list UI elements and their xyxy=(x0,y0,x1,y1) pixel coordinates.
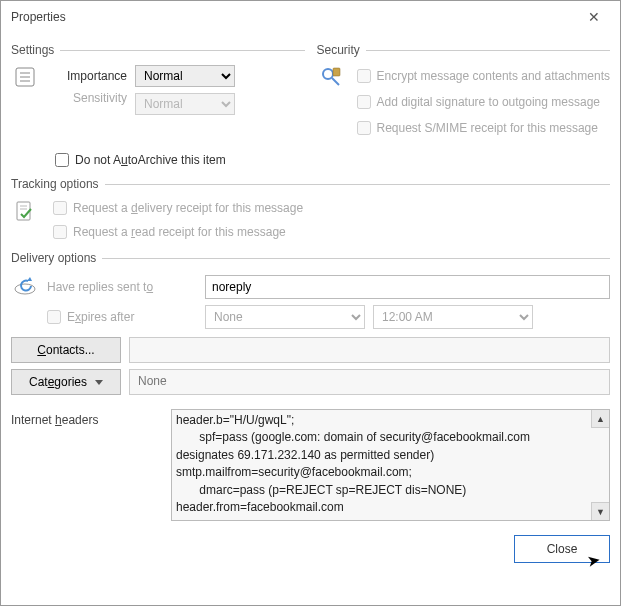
close-icon[interactable]: ✕ xyxy=(574,9,614,25)
expires-time-select: 12:00 AM xyxy=(373,305,533,329)
encrypt-checkbox: Encrypt message contents and attachments xyxy=(357,69,610,83)
internet-headers-text: header.b="H/U/gwqL"; spf=pass (google.co… xyxy=(176,412,589,518)
titlebar: Properties ✕ xyxy=(1,1,620,33)
contacts-button[interactable]: Contacts... xyxy=(11,337,121,363)
internet-headers-textarea[interactable]: header.b="H/U/gwqL"; spf=pass (google.co… xyxy=(171,409,610,521)
reply-arrow-icon xyxy=(11,271,39,299)
chevron-down-icon xyxy=(95,380,103,385)
lock-icon xyxy=(317,63,345,91)
delivery-group: Delivery options Have replies sent to Ex… xyxy=(11,251,610,329)
scroll-down-button[interactable]: ▼ xyxy=(591,502,609,520)
security-group: Security Encrypt message contents and at… xyxy=(317,43,611,139)
window-title: Properties xyxy=(11,10,66,24)
contacts-field[interactable] xyxy=(129,337,610,363)
delivery-legend: Delivery options xyxy=(11,251,102,265)
categories-button[interactable]: Categories xyxy=(11,369,121,395)
have-replies-input[interactable] xyxy=(205,275,610,299)
autoarchive-checkbox[interactable]: Do not AutoArchive this item xyxy=(55,153,226,167)
sign-checkbox: Add digital signature to outgoing messag… xyxy=(357,95,610,109)
expires-date-select: None xyxy=(205,305,365,329)
settings-legend: Settings xyxy=(11,43,60,57)
importance-label: Importance xyxy=(47,69,127,83)
tracking-group: Tracking options Request a delivery rece… xyxy=(11,177,610,243)
svg-point-10 xyxy=(15,284,35,294)
tracking-legend: Tracking options xyxy=(11,177,105,191)
svg-line-5 xyxy=(332,78,339,85)
importance-select[interactable]: Normal xyxy=(135,65,235,87)
svg-point-4 xyxy=(323,69,333,79)
scroll-up-button[interactable]: ▲ xyxy=(591,410,609,428)
categories-field: None xyxy=(129,369,610,395)
svg-rect-6 xyxy=(333,68,340,76)
read-receipt-checkbox: Request a read receipt for this message xyxy=(53,225,303,239)
internet-headers-label: Internet headers xyxy=(11,409,161,521)
properties-dialog: Properties ✕ Settings xyxy=(0,0,621,606)
close-button[interactable]: Close xyxy=(514,535,610,563)
receipt-icon xyxy=(11,197,39,225)
expires-after-checkbox: Expires after xyxy=(47,310,197,324)
delivery-receipt-checkbox: Request a delivery receipt for this mess… xyxy=(53,201,303,215)
security-legend: Security xyxy=(317,43,366,57)
settings-group: Settings Importance Sensitivity xyxy=(11,43,305,139)
properties-icon xyxy=(11,63,39,91)
sensitivity-label: Sensitivity xyxy=(47,91,127,105)
smime-receipt-checkbox: Request S/MIME receipt for this message xyxy=(357,121,610,135)
have-replies-label: Have replies sent to xyxy=(47,280,197,294)
sensitivity-select: Normal xyxy=(135,93,235,115)
